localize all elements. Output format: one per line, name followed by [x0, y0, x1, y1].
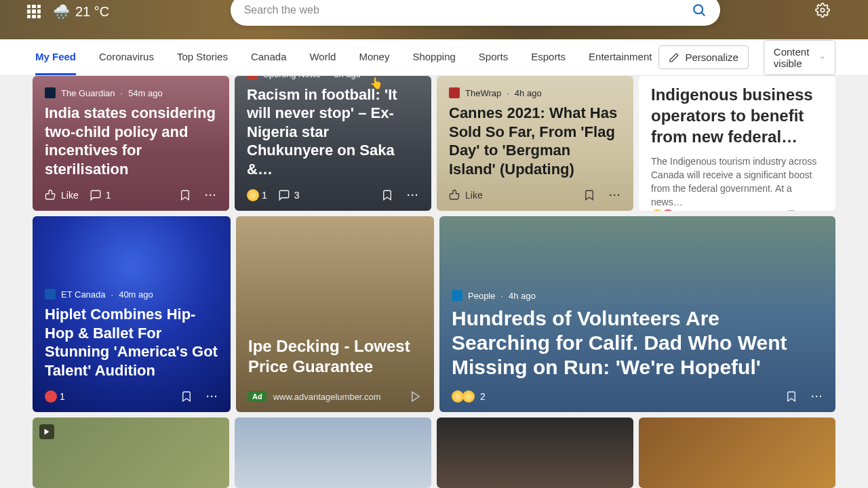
ad-url: www.advantagelumber.com — [273, 392, 381, 402]
ad-choices-icon[interactable] — [410, 390, 422, 403]
tab-my-feed[interactable]: My Feed — [35, 40, 76, 75]
search-icon[interactable] — [692, 3, 707, 18]
tab-entertainment[interactable]: Entertainment — [589, 40, 652, 75]
more-icon[interactable]: ··· — [811, 391, 823, 402]
more-icon[interactable]: ··· — [205, 190, 217, 201]
weather-icon: 🌧️ — [53, 3, 70, 20]
feed-row-2: ET Canada · 40m ago Hiplet Combines Hip-… — [33, 216, 835, 412]
bookmark-icon[interactable] — [583, 189, 595, 201]
personalize-label: Personalize — [685, 52, 738, 63]
reaction-count: 2 — [480, 391, 486, 402]
story-card[interactable]: TheWrap · 4h ago Cannes 2021: What Has S… — [437, 76, 633, 211]
source-name: Sporting News — [263, 76, 321, 79]
story-card[interactable]: The Guardian · 54m ago India states cons… — [33, 76, 229, 211]
reaction-count: 4 — [679, 210, 685, 211]
story-card[interactable]: Sporting News · 5h ago Racism in footbal… — [235, 76, 431, 211]
card-source: Sporting News · 5h ago — [247, 76, 419, 80]
nav-bar: My Feed Coronavirus Top Stories Canada W… — [0, 39, 868, 76]
bookmark-icon[interactable] — [785, 209, 797, 211]
ad-badge: Ad — [248, 391, 267, 402]
search-input[interactable] — [244, 4, 692, 16]
source-logo — [452, 290, 462, 301]
reaction-button[interactable]: 4 — [651, 209, 685, 211]
reaction-button[interactable]: 1 — [247, 189, 267, 201]
more-icon[interactable]: ··· — [407, 190, 419, 201]
story-card[interactable] — [33, 418, 229, 488]
reaction-button[interactable]: 1 — [45, 390, 65, 403]
comment-icon — [278, 189, 290, 201]
bookmark-icon[interactable] — [179, 189, 191, 201]
reaction-button[interactable]: 2 — [452, 390, 486, 403]
tab-money[interactable]: Money — [359, 40, 389, 75]
source-logo — [45, 289, 56, 300]
card-headline: Indigenous business operators to benefit… — [651, 84, 823, 148]
source-name: The Guardian — [61, 88, 115, 98]
card-footer: 1 ··· — [45, 390, 218, 403]
story-card[interactable] — [639, 418, 835, 488]
tab-shopping[interactable]: Shopping — [412, 40, 455, 75]
tab-canada[interactable]: Canada — [251, 40, 287, 75]
bookmark-icon[interactable] — [785, 390, 797, 403]
card-source: TheWrap · 4h ago — [449, 87, 621, 98]
card-headline: Hiplet Combines Hip-Hop & Ballet For Stu… — [45, 305, 218, 380]
bookmark-icon[interactable] — [180, 390, 193, 403]
weather-widget[interactable]: 🌧️ 21 °C — [53, 3, 109, 20]
tab-world[interactable]: World — [309, 40, 336, 75]
card-footer: Like 1 ··· — [45, 189, 217, 201]
reaction-count: 1 — [262, 190, 267, 201]
header: 🌧️ 21 °C — [0, 0, 868, 39]
like-button[interactable]: Like — [449, 189, 483, 201]
temperature: 21 °C — [75, 4, 109, 20]
tab-top-stories[interactable]: Top Stories — [177, 40, 228, 75]
story-card[interactable] — [437, 418, 633, 488]
like-label: Like — [465, 190, 483, 201]
time-ago: 40m ago — [119, 289, 153, 300]
comments-button[interactable]: 3 — [278, 189, 300, 201]
card-footer: 2 ··· — [452, 390, 823, 403]
text-story-card[interactable]: Indigenous business operators to benefit… — [639, 76, 835, 211]
wow-emoji-icon — [651, 209, 663, 211]
video-badge-icon — [39, 424, 54, 439]
tab-coronavirus[interactable]: Coronavirus — [99, 40, 154, 75]
svg-point-0 — [694, 5, 703, 14]
more-icon[interactable]: ··· — [811, 210, 823, 211]
source-logo — [449, 87, 460, 98]
ad-card[interactable]: Ipe Decking - Lowest Price Guarantee Ad … — [236, 216, 434, 412]
story-card[interactable]: ET Canada · 40m ago Hiplet Combines Hip-… — [33, 216, 231, 412]
search-bar[interactable] — [231, 0, 720, 26]
card-headline: Hundreds of Volunteers Are Searching for… — [452, 306, 823, 380]
nav-tabs: My Feed Coronavirus Top Stories Canada W… — [35, 40, 652, 75]
reaction-count: 1 — [60, 391, 65, 402]
source-logo — [247, 76, 258, 80]
app-launcher-icon[interactable] — [27, 5, 41, 18]
svg-marker-4 — [45, 429, 50, 435]
svg-marker-3 — [412, 392, 420, 401]
like-button[interactable]: Like — [45, 189, 79, 201]
card-source: The Guardian · 54m ago — [45, 87, 217, 98]
source-name: People — [468, 291, 495, 301]
comments-button[interactable]: 1 — [90, 189, 111, 201]
story-card-large[interactable]: People · 4h ago Hundreds of Volunteers A… — [439, 216, 835, 412]
personalize-button[interactable]: Personalize — [658, 45, 748, 69]
comment-count: 3 — [294, 190, 300, 201]
source-logo — [45, 87, 56, 98]
ad-headline: Ipe Decking - Lowest Price Guarantee — [248, 336, 422, 377]
pencil-icon — [669, 52, 679, 63]
card-excerpt: The Indigenous tourism industry across C… — [651, 155, 823, 209]
more-icon[interactable]: ··· — [206, 391, 218, 402]
card-headline: Racism in football: 'It will never stop'… — [247, 85, 419, 179]
like-label: Like — [61, 190, 79, 201]
time-ago: 4h ago — [515, 88, 542, 98]
settings-icon[interactable] — [815, 3, 830, 18]
tab-esports[interactable]: Esports — [531, 40, 566, 75]
story-card[interactable] — [235, 418, 431, 488]
card-source: People · 4h ago — [452, 290, 823, 301]
comment-count: 1 — [106, 190, 111, 201]
feed: The Guardian · 54m ago India states cons… — [0, 76, 868, 488]
time-ago: 54m ago — [128, 88, 163, 98]
heart-emoji-icon — [45, 390, 57, 403]
bookmark-icon[interactable] — [381, 189, 393, 201]
more-icon[interactable]: ··· — [609, 190, 621, 201]
tab-sports[interactable]: Sports — [479, 40, 508, 75]
content-visibility-dropdown[interactable]: Content visible — [764, 40, 835, 75]
